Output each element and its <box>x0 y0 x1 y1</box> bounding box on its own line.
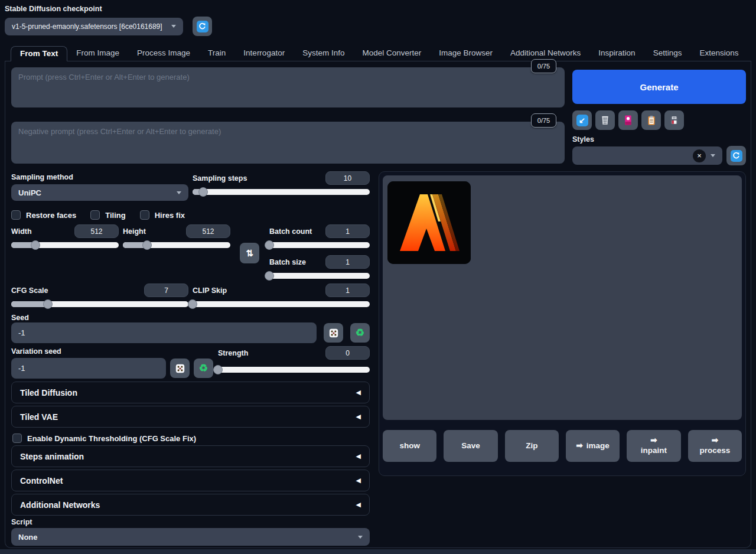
checkbox-icon <box>140 210 149 220</box>
batch-size-slider[interactable] <box>269 271 370 281</box>
tab-extensions[interactable]: Extensions <box>690 46 747 61</box>
script-select[interactable]: None <box>11 528 370 546</box>
reuse-variation-seed-button[interactable]: ♻ <box>194 359 213 378</box>
refresh-checkpoint-button[interactable] <box>193 17 212 36</box>
sampling-method-select[interactable]: UniPC <box>11 184 188 201</box>
collapse-arrow-icon: ◀ <box>356 501 361 509</box>
accordion-additional-networks[interactable]: Additional Networks ◀ <box>11 494 370 516</box>
cfg-scale-label: CFG Scale <box>11 286 48 295</box>
seed-label: Seed <box>11 314 29 322</box>
arrow-right-icon: ➡ <box>576 441 582 451</box>
save-style-button[interactable] <box>664 110 684 130</box>
flower-card-icon <box>623 115 634 126</box>
from-text-panel: 0/75 0/75 Generate ↙ <box>5 61 751 548</box>
tab-process-image[interactable]: Process Image <box>128 46 199 61</box>
swap-width-height-button[interactable]: ⇅ <box>240 243 259 263</box>
collapse-arrow-icon: ◀ <box>356 452 361 460</box>
send-to-inpaint-button[interactable]: ➡inpaint <box>627 430 680 462</box>
collapse-arrow-icon: ◀ <box>356 413 361 421</box>
accordion-tiled-vae[interactable]: Tiled VAE ◀ <box>11 406 370 428</box>
checkbox-icon <box>12 434 22 443</box>
batch-count-input[interactable] <box>325 224 370 238</box>
accordion-tiled-diffusion[interactable]: Tiled Diffusion ◀ <box>11 382 370 403</box>
random-seed-button[interactable] <box>324 323 343 343</box>
gallery-panel <box>383 175 742 420</box>
tab-from-text[interactable]: From Text <box>11 46 67 61</box>
script-label: Script <box>11 518 370 526</box>
refresh-styles-button[interactable] <box>726 146 746 165</box>
recycle-icon: ♻ <box>356 328 364 338</box>
tab-settings[interactable]: Settings <box>644 46 691 61</box>
negative-prompt-input[interactable] <box>11 122 565 164</box>
tab-system-info[interactable]: System Info <box>294 46 353 61</box>
tab-from-image[interactable]: From Image <box>67 46 128 61</box>
seed-input[interactable] <box>11 322 317 343</box>
prompt-input[interactable] <box>11 67 565 107</box>
variation-seed-input[interactable] <box>11 358 166 379</box>
clear-prompt-button[interactable] <box>595 110 615 130</box>
extra-networks-button[interactable] <box>618 110 638 130</box>
floppy-disk-icon <box>669 115 680 126</box>
paste-params-button[interactable]: ↙ <box>572 110 592 130</box>
send-to-image-button[interactable]: ➡image <box>566 430 620 462</box>
strength-input[interactable] <box>325 346 370 360</box>
chevron-down-icon <box>358 536 363 539</box>
send-to-process-button[interactable]: ➡process <box>688 430 742 462</box>
generate-button[interactable]: Generate <box>572 70 746 104</box>
main-tabbar: From Text From Image Process Image Train… <box>5 46 751 61</box>
dynamic-thresholding-checkbox[interactable]: Enable Dynamic Thresholding (CFG Scale F… <box>12 434 196 443</box>
clear-styles-icon[interactable]: × <box>693 149 706 162</box>
checkpoint-select[interactable]: v1-5-pruned-emaonly.safetensors [6ce0161… <box>5 18 183 35</box>
tab-model-converter[interactable]: Model Converter <box>353 46 430 61</box>
sampling-steps-input[interactable] <box>325 171 370 185</box>
clip-skip-input[interactable] <box>325 283 370 297</box>
width-slider[interactable] <box>11 240 119 250</box>
generated-image-thumbnail[interactable] <box>387 181 471 264</box>
restore-faces-checkbox[interactable]: Restore faces <box>11 210 76 220</box>
horizontal-scrollbar[interactable] <box>0 549 756 554</box>
dice-icon <box>175 363 185 374</box>
checkbox-icon <box>90 210 100 220</box>
tab-train[interactable]: Train <box>199 46 234 61</box>
checkbox-icon <box>11 210 21 220</box>
batch-size-input[interactable] <box>325 255 370 269</box>
refresh-icon <box>731 150 742 162</box>
checkpoint-value: v1-5-pruned-emaonly.safetensors [6ce0161… <box>12 22 162 31</box>
height-input[interactable] <box>186 224 230 238</box>
chevron-down-icon <box>177 191 181 194</box>
accordion-controlnet[interactable]: ControlNet ◀ <box>11 470 370 491</box>
script-value: None <box>18 533 38 542</box>
tab-image-browser[interactable]: Image Browser <box>430 46 501 61</box>
height-label: Height <box>123 227 146 236</box>
accordion-steps-animation[interactable]: Steps animation ◀ <box>11 445 370 467</box>
refresh-icon <box>197 21 208 32</box>
cfg-scale-input[interactable] <box>144 283 188 297</box>
sampling-method-label: Sampling method <box>11 173 73 181</box>
cfg-scale-slider[interactable] <box>11 299 188 309</box>
chevron-down-icon <box>171 25 176 28</box>
random-variation-seed-button[interactable] <box>170 359 190 378</box>
tab-inspiration[interactable]: Inspiration <box>589 46 644 61</box>
checkpoint-label: Stable Diffusion checkpoint <box>5 5 751 13</box>
tab-interrogator[interactable]: Interrogator <box>234 46 294 61</box>
hires-fix-checkbox[interactable]: Hires fix <box>140 210 185 220</box>
sampling-steps-label: Sampling steps <box>193 174 247 183</box>
show-button[interactable]: show <box>383 430 436 462</box>
batch-count-slider[interactable] <box>269 240 370 250</box>
trash-icon <box>599 115 611 126</box>
strength-slider[interactable] <box>218 365 370 375</box>
save-button[interactable]: Save <box>444 430 497 462</box>
width-input[interactable] <box>74 224 119 238</box>
clip-skip-label: CLIP Skip <box>193 286 227 295</box>
chevron-down-icon <box>711 154 715 157</box>
arrow-down-left-icon: ↙ <box>576 115 588 126</box>
tiling-checkbox[interactable]: Tiling <box>90 210 125 220</box>
sampling-steps-slider[interactable] <box>193 187 370 197</box>
apply-styles-button[interactable] <box>641 110 661 130</box>
zip-button[interactable]: Zip <box>505 430 559 462</box>
clip-skip-slider[interactable] <box>193 299 370 309</box>
arrow-right-icon: ➡ <box>712 436 718 446</box>
styles-select[interactable]: × <box>572 146 722 165</box>
reuse-seed-button[interactable]: ♻ <box>350 323 370 343</box>
height-slider[interactable] <box>123 240 230 250</box>
